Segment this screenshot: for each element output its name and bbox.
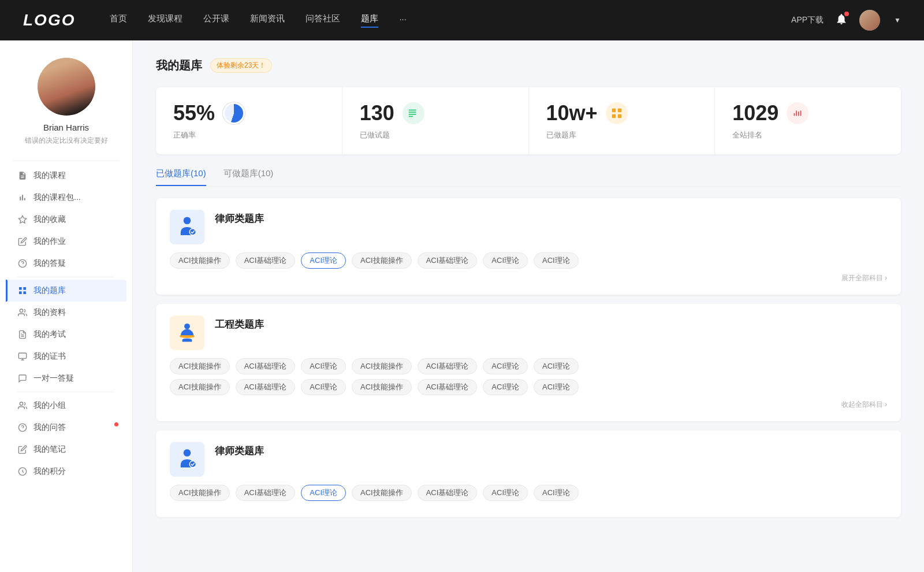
sidebar-avatar <box>38 58 95 116</box>
tag-active[interactable]: ACI理论 <box>301 485 346 501</box>
user-dropdown-arrow[interactable]: ▼ <box>894 16 901 24</box>
sidebar-divider-3 <box>17 392 114 392</box>
notification-bell[interactable] <box>835 13 848 28</box>
bank-card-lawyer-2: 律师类题库 ACI技能操作 ACI基础理论 ACI理论 ACI技能操作 ACI基… <box>156 430 901 517</box>
tag[interactable]: ACI理论 <box>534 485 579 501</box>
tab-done-banks[interactable]: 已做题库(10) <box>156 168 206 186</box>
tag[interactable]: ACI理论 <box>483 485 528 501</box>
lawyer-bank-icon <box>170 210 204 244</box>
stat-value-banks: 10w+ <box>546 101 598 125</box>
bank-card-lawyer-1: 律师类题库 ACI技能操作 ACI基础理论 ACI理论 ACI技能操作 ACI基… <box>156 198 901 295</box>
tag[interactable]: ACI理论 <box>483 252 528 269</box>
nav-questionbank[interactable]: 题库 <box>361 13 378 28</box>
doc-icon <box>17 329 28 340</box>
file-icon <box>17 170 28 181</box>
expand-button-lawyer-1[interactable]: 展开全部科目 › <box>170 273 887 283</box>
chat-icon <box>17 373 28 384</box>
tag[interactable]: ACI基础理论 <box>236 252 296 269</box>
tag[interactable]: ACI技能操作 <box>170 358 230 374</box>
tag[interactable]: ACI理论 <box>534 252 579 269</box>
sidebar-label: 我的证书 <box>33 351 66 362</box>
sidebar-item-1on1[interactable]: 一对一答疑 <box>6 367 126 389</box>
tag[interactable]: ACI技能操作 <box>352 379 412 395</box>
edit-icon <box>17 236 28 247</box>
nav-news[interactable]: 新闻资讯 <box>250 13 285 28</box>
collapse-button-engineer[interactable]: 收起全部科目 › <box>170 400 887 410</box>
nav-open-course[interactable]: 公开课 <box>203 13 229 28</box>
tag[interactable]: ACI理论 <box>534 358 579 374</box>
tag[interactable]: ACI基础理论 <box>236 379 296 395</box>
tag[interactable]: ACI技能操作 <box>352 252 412 269</box>
sidebar-item-my-courses[interactable]: 我的课程 <box>6 165 126 187</box>
svg-point-7 <box>20 309 23 312</box>
sidebar-item-certificate[interactable]: 我的证书 <box>6 346 126 367</box>
tag[interactable]: ACI基础理论 <box>236 358 296 374</box>
tags-row-engineer-1: ACI技能操作 ACI基础理论 ACI理论 ACI技能操作 ACI基础理论 AC… <box>170 358 887 374</box>
tag[interactable]: ACI基础理论 <box>236 485 296 501</box>
notification-dot <box>844 12 849 16</box>
sidebar-label: 我的小组 <box>33 400 66 411</box>
sidebar-item-group[interactable]: 我的小组 <box>6 395 126 417</box>
bank-title-engineer: 工程类题库 <box>215 315 887 331</box>
grid-icon <box>17 285 28 296</box>
user-avatar[interactable] <box>859 10 880 31</box>
tag[interactable]: ACI技能操作 <box>170 379 230 395</box>
sidebar-item-homework[interactable]: 我的作业 <box>6 231 126 252</box>
tag[interactable]: ACI技能操作 <box>170 485 230 501</box>
trial-badge: 体验剩余23天！ <box>210 58 272 73</box>
sidebar-item-notes[interactable]: 我的笔记 <box>6 439 126 460</box>
bar-icon <box>17 192 28 203</box>
sidebar-item-answers[interactable]: 我的答疑 <box>6 252 126 274</box>
tab-available-banks[interactable]: 可做题库(10) <box>223 168 274 186</box>
nav-home[interactable]: 首页 <box>110 13 127 28</box>
tag[interactable]: ACI理论 <box>483 379 528 395</box>
sidebar-item-qa[interactable]: 我的问答 <box>6 417 126 439</box>
qa-notification-dot <box>114 422 118 426</box>
logo: LOGO <box>23 11 75 29</box>
main-layout: Brian Harris 错误的决定比没有决定要好 我的课程 我的课程包... <box>0 40 924 572</box>
app-download-button[interactable]: APP下载 <box>791 15 824 25</box>
tag[interactable]: ACI基础理论 <box>418 358 478 374</box>
stat-label-done: 已做试题 <box>360 130 511 140</box>
chart-icon <box>787 102 808 124</box>
nav-qa[interactable]: 问答社区 <box>305 13 340 28</box>
sidebar-item-profile[interactable]: 我的资料 <box>6 302 126 324</box>
sidebar-menu: 我的课程 我的课程包... 我的收藏 我的作业 <box>0 165 132 482</box>
tag[interactable]: ACI理论 <box>301 358 346 374</box>
tag[interactable]: ACI理论 <box>301 379 346 395</box>
tags-row-lawyer-2: ACI技能操作 ACI基础理论 ACI理论 ACI技能操作 ACI基础理论 AC… <box>170 485 887 501</box>
sidebar-label: 一对一答疑 <box>33 373 74 384</box>
engineer-bank-icon <box>170 315 204 350</box>
stat-ranking: 1029 全站排名 <box>715 87 901 154</box>
stat-done-banks: 10w+ 已做题库 <box>529 87 716 154</box>
tag[interactable]: ACI理论 <box>483 358 528 374</box>
nav-courses[interactable]: 发现课程 <box>148 13 182 28</box>
tag[interactable]: ACI理论 <box>534 379 579 395</box>
tag[interactable]: ACI技能操作 <box>170 252 230 269</box>
sidebar-motto: 错误的决定比没有决定要好 <box>25 136 108 146</box>
stat-accuracy: 55% 正确率 <box>156 87 342 154</box>
stat-main-row: 130 <box>360 101 511 125</box>
tag-active[interactable]: ACI理论 <box>301 252 346 269</box>
svg-rect-5 <box>19 291 22 294</box>
tag[interactable]: ACI基础理论 <box>418 485 478 501</box>
tag[interactable]: ACI基础理论 <box>418 252 478 269</box>
sidebar-item-favorites[interactable]: 我的收藏 <box>6 209 126 231</box>
nav-more[interactable]: ··· <box>399 14 407 27</box>
sidebar-item-exam[interactable]: 我的考试 <box>6 324 126 346</box>
page-header: 我的题库 体验剩余23天！ <box>156 58 901 73</box>
stat-label-banks: 已做题库 <box>546 130 698 140</box>
sidebar-label: 我的收藏 <box>33 214 66 225</box>
svg-rect-18 <box>409 116 413 117</box>
tag[interactable]: ACI技能操作 <box>352 358 412 374</box>
stats-row: 55% 正确率 130 已做试题 10w+ <box>156 87 901 154</box>
sidebar-item-questionbank[interactable]: 我的题库 <box>6 280 126 302</box>
bank-header: 律师类题库 <box>170 210 887 244</box>
tag[interactable]: ACI技能操作 <box>352 485 412 501</box>
sidebar-item-points[interactable]: 我的积分 <box>6 460 126 482</box>
stat-value-accuracy: 55% <box>173 101 215 125</box>
sidebar-label: 我的答疑 <box>33 258 66 269</box>
tags-row-engineer-2: ACI技能操作 ACI基础理论 ACI理论 ACI技能操作 ACI基础理论 AC… <box>170 379 887 395</box>
sidebar-item-course-bundle[interactable]: 我的课程包... <box>6 187 126 209</box>
tag[interactable]: ACI基础理论 <box>418 379 478 395</box>
